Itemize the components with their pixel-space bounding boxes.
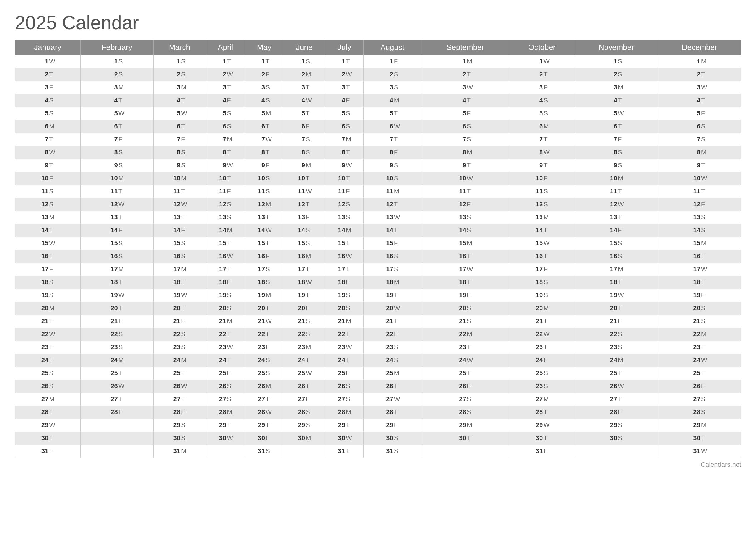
day-number: 3 — [40, 84, 48, 91]
day-letter: T — [306, 291, 311, 299]
day-number: 4 — [256, 96, 265, 104]
day-number: 13 — [218, 213, 226, 221]
day-cell: 22W — [15, 328, 81, 341]
day-number: 26 — [692, 382, 700, 390]
day-cell: 12T — [283, 198, 325, 211]
day-number: 25 — [172, 369, 180, 377]
day-letter: S — [394, 447, 400, 455]
day-cell: 5W — [80, 107, 153, 120]
day-number: 11 — [218, 187, 226, 195]
day-letter: W — [467, 356, 473, 364]
day-number: 22 — [110, 330, 118, 338]
day-letter: M — [701, 330, 707, 338]
day-letter: M — [467, 330, 473, 338]
day-number: 7 — [40, 136, 48, 143]
day-letter: S — [181, 239, 187, 247]
day-number: 13 — [609, 213, 617, 221]
day-number: 19 — [458, 291, 466, 299]
day-number: 3 — [458, 84, 466, 91]
day-cell: 18T — [575, 276, 658, 289]
day-letter: T — [119, 369, 124, 377]
day-cell: 19S — [509, 289, 575, 302]
day-cell: 5S — [206, 107, 245, 120]
day-cell: 12W — [575, 198, 658, 211]
day-cell: 31F — [15, 445, 81, 458]
day-letter: T — [227, 174, 233, 182]
day-letter: F — [181, 227, 187, 234]
day-letter: M — [49, 304, 55, 312]
day-cell: 29W — [15, 419, 81, 432]
month-header-february: February — [80, 40, 153, 55]
day-cell: 18M — [363, 276, 421, 289]
day-cell: 25T — [658, 367, 741, 380]
day-number: 23 — [534, 343, 543, 351]
day-cell: 29S — [153, 419, 205, 432]
day-cell: 1T — [245, 55, 283, 68]
day-number: 23 — [337, 343, 345, 351]
day-letter: W — [49, 421, 55, 429]
day-letter: M — [227, 227, 233, 234]
month-header-november: November — [575, 40, 658, 55]
day-number: 16 — [40, 253, 48, 260]
day-cell — [80, 445, 153, 458]
day-number: 5 — [458, 110, 466, 117]
day-letter: W — [394, 304, 400, 312]
day-number: 23 — [297, 343, 305, 351]
day-number: 9 — [458, 161, 466, 169]
day-letter: F — [701, 110, 707, 117]
day-cell: 13M — [15, 211, 81, 224]
day-number: 26 — [458, 382, 466, 390]
day-cell: 8S — [575, 146, 658, 159]
day-cell: 30S — [153, 432, 205, 445]
day-number: 31 — [172, 447, 180, 455]
day-letter: T — [346, 356, 352, 364]
day-number: 23 — [40, 343, 48, 351]
day-letter: W — [49, 148, 55, 156]
day-cell: 16T — [421, 250, 509, 263]
day-cell: 2T — [421, 68, 509, 81]
day-number: 23 — [692, 343, 700, 351]
day-number: 31 — [40, 447, 48, 455]
day-cell: 16W — [206, 250, 245, 263]
day-letter: F — [265, 434, 271, 442]
day-number: 20 — [218, 304, 226, 312]
day-cell: 14T — [509, 224, 575, 237]
day-letter: F — [119, 227, 124, 234]
day-letter: M — [618, 356, 624, 364]
day-number: 30 — [458, 434, 466, 442]
day-number: 22 — [458, 330, 466, 338]
day-number: 10 — [172, 174, 180, 182]
day-number: 17 — [385, 265, 393, 273]
day-letter: T — [346, 174, 352, 182]
day-number: 30 — [609, 434, 617, 442]
table-row: 30T30S30W30F30M30W30S30T30T30S30T — [15, 432, 741, 445]
day-number: 29 — [337, 421, 345, 429]
day-number: 6 — [534, 122, 543, 130]
day-letter: S — [346, 382, 352, 390]
day-number: 13 — [692, 213, 700, 221]
day-cell: 1M — [658, 55, 741, 68]
day-cell: 20T — [80, 302, 153, 315]
day-letter: S — [227, 291, 233, 299]
day-letter: M — [265, 110, 271, 117]
day-number: 7 — [458, 136, 466, 143]
month-header-may: May — [245, 40, 283, 55]
day-letter: S — [119, 330, 124, 338]
day-letter: M — [49, 213, 55, 221]
day-cell: 18T — [153, 276, 205, 289]
day-cell: 17W — [421, 263, 509, 276]
day-cell: 8T — [245, 146, 283, 159]
day-cell: 9T — [509, 159, 575, 172]
day-cell: 19F — [658, 289, 741, 302]
day-letter: F — [618, 227, 624, 234]
day-letter: T — [618, 279, 624, 286]
day-letter: M — [227, 408, 233, 416]
day-cell — [575, 445, 658, 458]
day-number: 17 — [40, 265, 48, 273]
day-number: 11 — [40, 187, 48, 195]
day-number: 16 — [692, 253, 700, 260]
day-letter: F — [467, 110, 473, 117]
day-cell: 3M — [80, 81, 153, 94]
day-cell: 4W — [283, 94, 325, 107]
day-letter: F — [49, 84, 55, 91]
